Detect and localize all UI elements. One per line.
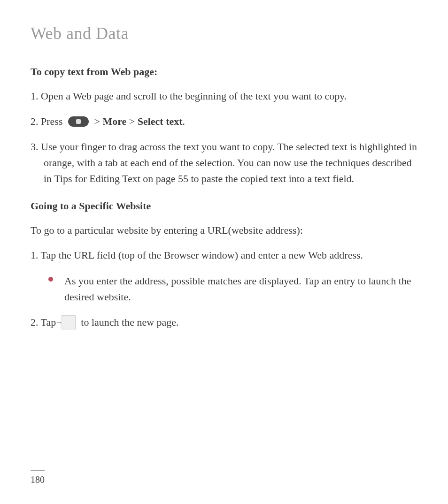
step-2-gt1: > — [92, 115, 102, 127]
section-2-step-1: 1. Tap the URL field (top of the Browser… — [31, 247, 420, 263]
page-number: 180 — [31, 474, 45, 485]
step-2-period: . — [183, 115, 185, 127]
section-2-intro: To go to a particular website by enterin… — [31, 222, 420, 238]
step-2-prefix: 2. Press — [31, 115, 65, 127]
page-footer: 180 — [31, 470, 45, 485]
section-2-step-2: 2. Tap to launch the new page. — [31, 314, 420, 330]
step-2-gt2: > — [126, 115, 137, 127]
section-going-to-website-heading: Going to a Specific Website — [31, 200, 420, 212]
step-2-select-text: Select text — [138, 115, 183, 127]
step-2: 2. Press > More > Select text. — [31, 114, 420, 130]
step-3: 3. Use your finger to drag across the te… — [31, 139, 420, 187]
bullet-item-1: As you enter the address, possible match… — [31, 273, 420, 305]
section-to-copy-heading: To copy text from Web page: — [31, 66, 420, 78]
bullet-text: As you enter the address, possible match… — [64, 275, 411, 303]
arrow-icon — [62, 315, 76, 329]
step-2b-prefix: 2. Tap — [31, 316, 59, 328]
step-2b-suffix: to launch the new page. — [78, 316, 179, 328]
step-1: 1. Open a Web page and scroll to the beg… — [31, 88, 420, 104]
page-title: Web and Data — [31, 23, 420, 43]
footer-line — [31, 470, 45, 471]
step-2-more: More — [102, 115, 126, 127]
menu-button-icon — [68, 116, 89, 127]
bullet-dot-icon — [48, 277, 53, 282]
